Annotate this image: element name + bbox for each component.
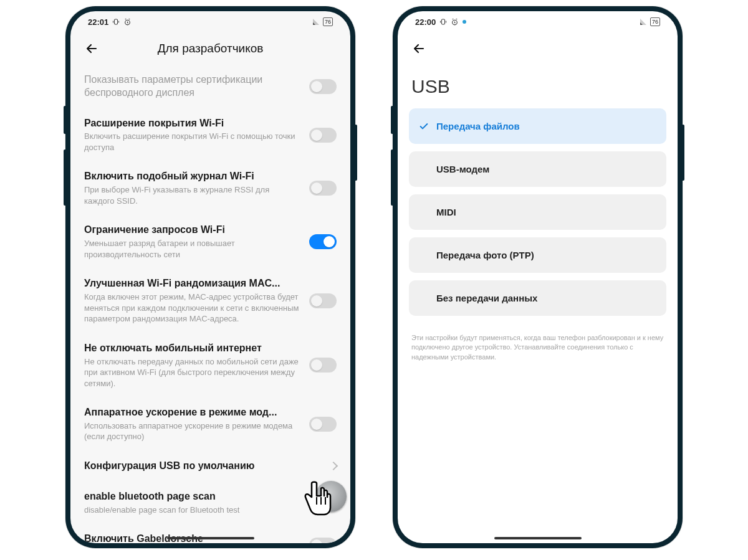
row-label: Ограничение запросов Wi-Fi [84,224,302,237]
row-wifi-coverage-ext[interactable]: Расширение покрытия Wi-Fi Включить расши… [84,108,337,162]
check-icon [419,121,429,131]
status-bar: 22:01 76 [70,11,350,32]
phone-left: 22:01 76 Для разработчиков Показывать па… [65,6,355,548]
alarm-icon [123,18,132,26]
toggle-gabeldorsche[interactable] [309,538,337,543]
row-label: Не отключать мобильный интернет [84,342,302,355]
option-no-data[interactable]: Без передачи данных [409,280,666,316]
back-icon[interactable] [84,41,99,56]
gesture-bar [167,537,254,539]
option-ptp[interactable]: Передача фото (PTP) [409,237,666,273]
toggle-wifi-throttle[interactable] [309,234,337,249]
page-title: Для разработчиков [70,42,350,55]
status-bar: 22:00 76 [398,11,678,32]
clock-text: 22:00 [415,17,436,27]
option-usb-modem[interactable]: USB-модем [409,151,666,187]
gesture-bar [494,537,582,539]
row-label: enable bluetooth page scan [84,490,302,503]
svg-rect-2 [442,19,445,24]
toggle-wireless-cert[interactable] [309,79,337,94]
row-wireless-display-cert[interactable]: Показывать параметры сертификации беспро… [84,65,337,108]
row-label: Включить подобный журнал Wi-Fi [84,170,302,183]
row-mac-randomization[interactable]: Улучшенная Wi-Fi рандомизация MAC... Ког… [84,268,337,333]
option-label: Передача фото (PTP) [436,250,534,260]
phone-right: 22:00 76 USB Передача файлов USB-модем [393,6,683,548]
svg-rect-0 [115,19,118,24]
option-file-transfer[interactable]: Передача файлов [409,108,666,144]
row-sub: Не отключать передачу данных по мобильно… [84,356,302,389]
toggle-hw-accel[interactable] [309,417,337,432]
vibrate-icon [112,18,120,26]
row-sub: disable/enable page scan for Bluetooth t… [84,505,302,516]
row-sub: При выборе Wi-Fi указывать в журнале RSS… [84,184,302,206]
back-icon[interactable] [411,41,426,56]
option-label: Без передачи данных [436,293,537,303]
pointer-cursor-icon [299,478,343,522]
battery-level: 76 [323,17,333,26]
row-tethering-hw-accel[interactable]: Аппаратное ускорение в режиме мод... Исп… [84,397,337,451]
row-sub: Когда включен этот режим, МАС-адрес устр… [84,292,302,325]
row-sub: Уменьшает разряд батареи и повышает прои… [84,238,302,260]
header: Для разработчиков [70,32,350,65]
row-mobile-data-always[interactable]: Не отключать мобильный интернет Не отклю… [84,333,337,397]
row-gabeldorsche[interactable]: Включить Gabeldorsche Включить Bluetooth… [84,524,337,543]
signal-icon [312,18,320,26]
row-label: Показывать параметры сертификации беспро… [84,74,302,100]
toggle-wifi-log[interactable] [309,181,337,196]
settings-list[interactable]: Показывать параметры сертификации беспро… [70,65,350,543]
vibrate-icon [439,18,447,26]
option-label: MIDI [436,207,456,217]
row-label: Расширение покрытия Wi-Fi [84,117,302,130]
row-wifi-verbose-log[interactable]: Включить подобный журнал Wi-Fi При выбор… [84,161,337,215]
notification-dot-icon [463,20,466,24]
toggle-mac-rand[interactable] [309,293,337,308]
option-midi[interactable]: MIDI [409,194,666,230]
battery-level: 76 [650,17,660,26]
row-default-usb-config[interactable]: Конфигурация USB по умолчанию [84,451,337,482]
toggle-wifi-ext[interactable] [309,128,337,143]
row-label: Конфигурация USB по умолчанию [84,460,323,473]
page-title: USB [398,65,678,108]
alarm-icon [451,18,459,26]
header [398,32,678,65]
clock-text: 22:01 [88,17,108,27]
usb-footnote: Эти настройки будут применяться, когда в… [398,323,678,372]
signal-icon [640,18,647,26]
row-wifi-throttling[interactable]: Ограничение запросов Wi-Fi Уменьшает раз… [84,215,337,268]
row-label: Аппаратное ускорение в режиме мод... [84,406,302,419]
chevron-right-icon [329,462,338,470]
option-label: USB-модем [436,164,489,174]
row-sub: Использовать аппаратное ускорение в режи… [84,420,302,442]
row-sub: Включить расширение покрытия Wi-Fi с пом… [84,131,302,153]
usb-options-list: Передача файлов USB-модем MIDI Передача … [398,108,678,316]
toggle-mobile-data[interactable] [309,358,337,373]
option-label: Передача файлов [436,121,520,131]
row-label: Улучшенная Wi-Fi рандомизация MAC... [84,277,302,290]
